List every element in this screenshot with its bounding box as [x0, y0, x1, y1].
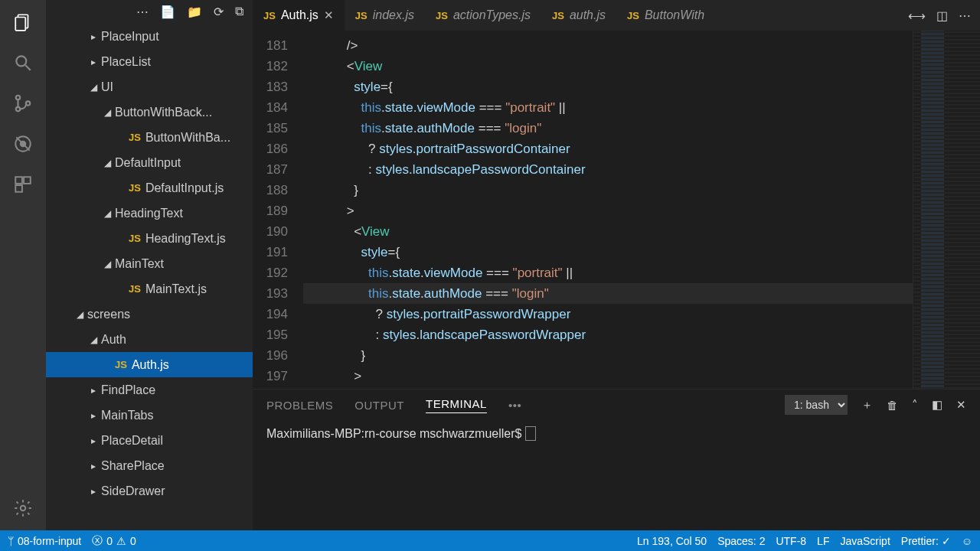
- panel-close-icon[interactable]: ✕: [956, 398, 966, 412]
- more-actions-icon[interactable]: ⋯: [959, 8, 971, 23]
- folder-item[interactable]: ▸PlaceList: [46, 49, 253, 74]
- twist-icon: ◢: [103, 259, 112, 269]
- problems-status[interactable]: ⓧ 0 ⚠ 0: [92, 534, 136, 548]
- file-item[interactable]: JSDefaultInput.js: [46, 175, 253, 201]
- folder-item[interactable]: ◢MainText: [46, 251, 253, 276]
- explorer-toolbar: ⋯ 📄 📁 ⟳ ⧉: [46, 0, 253, 24]
- js-file-icon: JS: [129, 233, 141, 244]
- close-icon[interactable]: ✕: [324, 8, 334, 22]
- js-file-icon: JS: [115, 359, 127, 370]
- twist-icon: ◢: [75, 309, 84, 320]
- panel-split-icon[interactable]: ◧: [932, 398, 942, 412]
- indent-status[interactable]: Spaces: 2: [717, 535, 765, 547]
- folder-item[interactable]: ▸PlaceInput: [46, 24, 253, 49]
- cursor-position[interactable]: Ln 193, Col 50: [637, 535, 707, 547]
- js-file-icon: JS: [355, 10, 368, 21]
- svg-point-9: [21, 142, 26, 147]
- file-tree: ▸PlaceInput▸PlaceList◢UI◢ButtonWithBack.…: [46, 24, 253, 511]
- minimap[interactable]: [913, 31, 980, 389]
- language-status[interactable]: JavaScript: [840, 535, 890, 547]
- prettier-status[interactable]: Prettier: ✓: [901, 535, 951, 547]
- explorer-icon[interactable]: [12, 11, 34, 33]
- file-item[interactable]: JSButtonWithBa...: [46, 125, 253, 150]
- svg-point-4: [16, 96, 20, 99]
- editor-tab[interactable]: JSindex.js: [345, 0, 425, 31]
- editor-tab[interactable]: JSButtonWith: [616, 0, 715, 31]
- js-file-icon: JS: [129, 132, 141, 143]
- editor-tab[interactable]: JSauth.js: [541, 0, 616, 31]
- js-file-icon: JS: [552, 10, 564, 21]
- svg-rect-12: [15, 185, 22, 192]
- svg-point-13: [21, 506, 26, 511]
- twist-icon: ▸: [89, 385, 98, 396]
- twist-icon: ◢: [89, 334, 98, 345]
- twist-icon: ▸: [89, 57, 98, 67]
- status-bar: ᛘ 08-form-input ⓧ 0 ⚠ 0 Ln 193, Col 50 S…: [0, 530, 980, 551]
- folder-item[interactable]: ◢DefaultInput: [46, 150, 253, 175]
- new-folder-icon[interactable]: 📁: [187, 5, 202, 19]
- more-icon[interactable]: ⋯: [136, 5, 149, 19]
- debug-icon[interactable]: [12, 133, 34, 155]
- kill-terminal-icon[interactable]: 🗑: [887, 399, 898, 412]
- line-gutter: 1811821831841851861871881891901911921931…: [253, 31, 296, 389]
- source-control-icon[interactable]: [12, 93, 34, 114]
- panel-tab-terminal[interactable]: TERMINAL: [426, 397, 487, 413]
- twist-icon: ▸: [89, 435, 98, 446]
- folder-item[interactable]: ▸SharePlace: [46, 453, 253, 478]
- js-file-icon: JS: [129, 182, 141, 194]
- svg-point-5: [16, 107, 20, 111]
- twist-icon: ◢: [103, 158, 112, 168]
- editor-tab[interactable]: JSactionTypes.js: [425, 0, 541, 31]
- panel-up-icon[interactable]: ˄: [912, 398, 918, 412]
- folder-item[interactable]: ◢Auth: [46, 327, 253, 352]
- folder-item[interactable]: ◢UI: [46, 74, 253, 99]
- feedback-icon[interactable]: ☺: [962, 535, 972, 547]
- search-icon[interactable]: [12, 52, 34, 73]
- terminal-select[interactable]: 1: bash: [785, 395, 848, 415]
- js-file-icon: JS: [627, 10, 639, 21]
- settings-gear-icon[interactable]: [12, 497, 34, 519]
- panel-tab-output[interactable]: OUTPUT: [354, 399, 404, 412]
- folder-item[interactable]: ▸FindPlace: [46, 377, 253, 403]
- explorer-sidebar: ⋯ 📄 📁 ⟳ ⧉ ▸PlaceInput▸PlaceList◢UI◢Butto…: [46, 0, 253, 530]
- twist-icon: ▸: [89, 461, 98, 471]
- folder-item[interactable]: ◢ButtonWithBack...: [46, 99, 253, 125]
- twist-icon: ◢: [103, 208, 112, 219]
- twist-icon: ◢: [89, 82, 98, 93]
- js-file-icon: JS: [129, 283, 141, 295]
- compare-icon[interactable]: ⟷: [908, 8, 926, 23]
- folder-item[interactable]: ▸MainTabs: [46, 403, 253, 428]
- eol-status[interactable]: LF: [817, 535, 829, 547]
- svg-rect-1: [15, 18, 25, 31]
- svg-line-3: [25, 65, 31, 70]
- twist-icon: ▸: [89, 410, 98, 421]
- folder-item[interactable]: ◢screens: [46, 302, 253, 327]
- git-branch[interactable]: ᛘ 08-form-input: [8, 535, 81, 547]
- split-editor-icon[interactable]: ◫: [936, 8, 948, 23]
- collapse-icon[interactable]: ⧉: [235, 5, 243, 19]
- folder-item[interactable]: ▸PlaceDetail: [46, 428, 253, 453]
- code-editor[interactable]: /> <View style={ this.state.viewMode ===…: [296, 31, 913, 389]
- encoding-status[interactable]: UTF-8: [776, 535, 806, 547]
- file-item[interactable]: JSHeadingText.js: [46, 226, 253, 251]
- activity-bar: [0, 0, 46, 530]
- editor-tabs: JSAuth.js✕JSindex.jsJSactionTypes.jsJSau…: [253, 0, 980, 31]
- svg-point-2: [16, 56, 26, 66]
- editor-tab[interactable]: JSAuth.js✕: [253, 0, 345, 31]
- svg-rect-11: [24, 177, 31, 184]
- file-item[interactable]: JSAuth.js: [46, 352, 253, 377]
- js-file-icon: JS: [263, 10, 276, 21]
- svg-rect-10: [15, 177, 22, 184]
- terminal[interactable]: Maximilians-MBP:rn-course mschwarzmuelle…: [253, 420, 980, 530]
- folder-item[interactable]: ▸SideDrawer: [46, 478, 253, 504]
- new-file-icon[interactable]: 📄: [160, 5, 175, 19]
- file-item[interactable]: JSMainText.js: [46, 276, 253, 302]
- twist-icon: ▸: [89, 31, 98, 42]
- panel-more-icon[interactable]: •••: [508, 399, 521, 412]
- folder-item[interactable]: ◢HeadingText: [46, 201, 253, 226]
- bottom-panel: PROBLEMS OUTPUT TERMINAL ••• 1: bash ＋ 🗑…: [253, 389, 980, 530]
- panel-tab-problems[interactable]: PROBLEMS: [266, 399, 333, 412]
- refresh-icon[interactable]: ⟳: [214, 5, 224, 19]
- extensions-icon[interactable]: [12, 174, 34, 195]
- new-terminal-icon[interactable]: ＋: [861, 398, 873, 412]
